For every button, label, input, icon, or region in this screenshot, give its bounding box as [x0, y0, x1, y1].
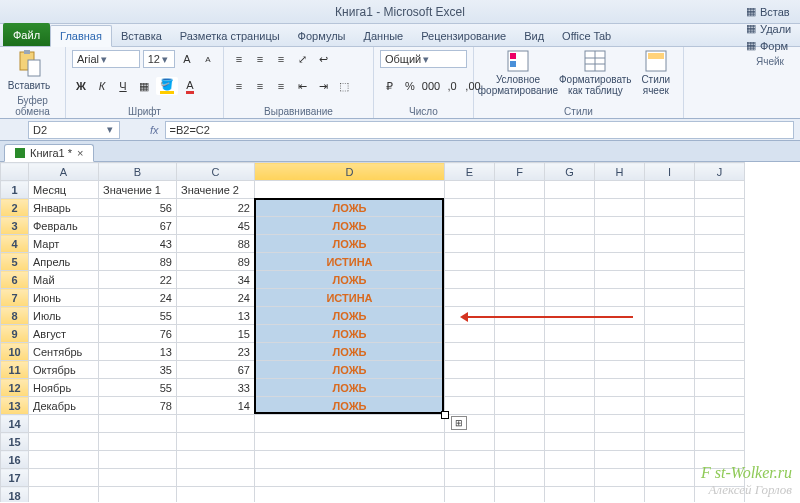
align-middle-icon[interactable]: ≡	[251, 50, 269, 68]
conditional-formatting-button[interactable]: Условное форматирование	[480, 50, 556, 96]
cell-A6[interactable]: Май	[29, 271, 99, 289]
cell-C1[interactable]: Значение 2	[177, 181, 255, 199]
cell-G17[interactable]	[545, 469, 595, 487]
cell-D14[interactable]	[255, 415, 445, 433]
cell-B5[interactable]: 89	[99, 253, 177, 271]
cell-E16[interactable]	[445, 451, 495, 469]
cell-G2[interactable]	[545, 199, 595, 217]
cell-J4[interactable]	[695, 235, 745, 253]
cell-E15[interactable]	[445, 433, 495, 451]
cell-E7[interactable]	[445, 289, 495, 307]
worksheet-grid[interactable]: ABCDEFGHIJ1МесяцЗначение 1Значение 22Янв…	[0, 162, 800, 502]
cell-A8[interactable]: Июль	[29, 307, 99, 325]
cell-C3[interactable]: 45	[177, 217, 255, 235]
cell-E10[interactable]	[445, 343, 495, 361]
cell-A1[interactable]: Месяц	[29, 181, 99, 199]
cell-A10[interactable]: Сентябрь	[29, 343, 99, 361]
cell-I16[interactable]	[645, 451, 695, 469]
cell-J7[interactable]	[695, 289, 745, 307]
cell-J12[interactable]	[695, 379, 745, 397]
cell-I17[interactable]	[645, 469, 695, 487]
cell-C7[interactable]: 24	[177, 289, 255, 307]
cell-E4[interactable]	[445, 235, 495, 253]
cell-I15[interactable]	[645, 433, 695, 451]
cell-D17[interactable]	[255, 469, 445, 487]
cell-F4[interactable]	[495, 235, 545, 253]
cell-D4[interactable]: ЛОЖЬ	[255, 235, 445, 253]
cell-A16[interactable]	[29, 451, 99, 469]
cell-G3[interactable]	[545, 217, 595, 235]
cell-J9[interactable]	[695, 325, 745, 343]
cell-D5[interactable]: ИСТИНА	[255, 253, 445, 271]
cell-B3[interactable]: 67	[99, 217, 177, 235]
row-header-5[interactable]: 5	[1, 253, 29, 271]
cell-B2[interactable]: 56	[99, 199, 177, 217]
cell-C18[interactable]	[177, 487, 255, 503]
font-name-combo[interactable]: Arial▾	[72, 50, 140, 68]
cell-D2[interactable]: ЛОЖЬ	[255, 199, 445, 217]
cell-B11[interactable]: 35	[99, 361, 177, 379]
cell-F11[interactable]	[495, 361, 545, 379]
cell-H10[interactable]	[595, 343, 645, 361]
cell-styles-button[interactable]: Стили ячеек	[635, 50, 677, 96]
cell-C12[interactable]: 33	[177, 379, 255, 397]
cell-D7[interactable]: ИСТИНА	[255, 289, 445, 307]
cell-J11[interactable]	[695, 361, 745, 379]
cell-A4[interactable]: Март	[29, 235, 99, 253]
cell-E12[interactable]	[445, 379, 495, 397]
cell-D18[interactable]	[255, 487, 445, 503]
tab-home[interactable]: Главная	[50, 25, 112, 47]
cell-C15[interactable]	[177, 433, 255, 451]
cell-A18[interactable]	[29, 487, 99, 503]
cell-H14[interactable]	[595, 415, 645, 433]
close-tab-icon[interactable]: ×	[77, 147, 83, 159]
cell-B7[interactable]: 24	[99, 289, 177, 307]
cell-C8[interactable]: 13	[177, 307, 255, 325]
comma-icon[interactable]: 000	[422, 77, 440, 95]
font-color-button[interactable]: A	[181, 77, 199, 95]
cell-A2[interactable]: Январь	[29, 199, 99, 217]
cell-H17[interactable]	[595, 469, 645, 487]
cell-C6[interactable]: 34	[177, 271, 255, 289]
cell-G6[interactable]	[545, 271, 595, 289]
cell-I10[interactable]	[645, 343, 695, 361]
cell-F10[interactable]	[495, 343, 545, 361]
cell-F15[interactable]	[495, 433, 545, 451]
border-button[interactable]: ▦	[135, 77, 153, 95]
inc-decimal-icon[interactable]: ,0	[443, 77, 461, 95]
autofill-options-icon[interactable]: ⊞	[451, 416, 467, 430]
tab-insert[interactable]: Вставка	[112, 26, 171, 46]
cell-A3[interactable]: Февраль	[29, 217, 99, 235]
cell-H5[interactable]	[595, 253, 645, 271]
cell-H13[interactable]	[595, 397, 645, 415]
row-header-1[interactable]: 1	[1, 181, 29, 199]
italic-button[interactable]: К	[93, 77, 111, 95]
cell-G9[interactable]	[545, 325, 595, 343]
currency-icon[interactable]: ₽	[380, 77, 398, 95]
col-header-J[interactable]: J	[695, 163, 745, 181]
cell-I9[interactable]	[645, 325, 695, 343]
cell-F5[interactable]	[495, 253, 545, 271]
col-header-I[interactable]: I	[645, 163, 695, 181]
tab-review[interactable]: Рецензирование	[412, 26, 515, 46]
fill-handle[interactable]	[441, 411, 449, 419]
cell-C10[interactable]: 23	[177, 343, 255, 361]
cell-F3[interactable]	[495, 217, 545, 235]
cell-E5[interactable]	[445, 253, 495, 271]
row-header-18[interactable]: 18	[1, 487, 29, 503]
col-header-C[interactable]: C	[177, 163, 255, 181]
cell-E11[interactable]	[445, 361, 495, 379]
cell-G15[interactable]	[545, 433, 595, 451]
underline-button[interactable]: Ч	[114, 77, 132, 95]
cell-I12[interactable]	[645, 379, 695, 397]
cell-F1[interactable]	[495, 181, 545, 199]
cell-H3[interactable]	[595, 217, 645, 235]
cell-F13[interactable]	[495, 397, 545, 415]
row-header-4[interactable]: 4	[1, 235, 29, 253]
cell-D13[interactable]: ЛОЖЬ	[255, 397, 445, 415]
cell-E9[interactable]	[445, 325, 495, 343]
cell-J3[interactable]	[695, 217, 745, 235]
cell-G13[interactable]	[545, 397, 595, 415]
cell-B14[interactable]	[99, 415, 177, 433]
cell-D16[interactable]	[255, 451, 445, 469]
